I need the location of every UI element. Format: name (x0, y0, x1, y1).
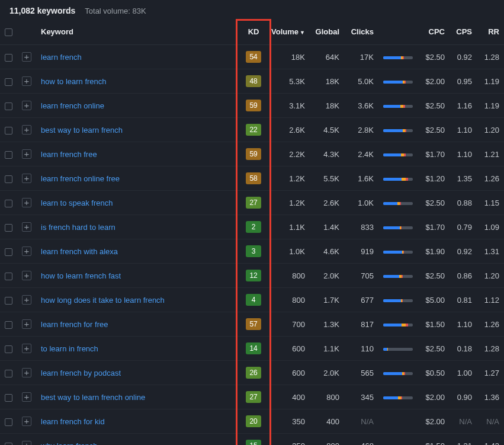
row-checkbox[interactable] (5, 321, 12, 329)
keyword-link[interactable]: learn french for kid (41, 417, 105, 426)
row-checkbox[interactable] (5, 224, 12, 232)
cell-volume: 5.3K (267, 69, 310, 94)
row-checkbox[interactable] (5, 443, 12, 445)
row-checkbox[interactable] (5, 394, 12, 402)
kd-badge: 27 (246, 391, 261, 403)
table-row: +to learn in french146001.1K110$2.500.18… (0, 337, 504, 361)
expand-icon[interactable]: + (22, 125, 31, 135)
cell-global: 1.1K (310, 337, 344, 361)
kd-badge: 27 (246, 197, 261, 209)
table-row: +learn french online free581.2K5.5K1.6K$… (0, 167, 504, 191)
row-checkbox[interactable] (5, 370, 12, 377)
expand-icon[interactable]: + (22, 417, 31, 426)
cell-clicks: 1.0K (344, 191, 378, 215)
table-row: +how long does it take to learn french48… (0, 288, 504, 312)
kd-badge: 58 (246, 172, 261, 184)
expand-icon[interactable]: + (22, 198, 31, 207)
keyword-link[interactable]: why learn french (41, 441, 97, 445)
cell-global: 4.3K (310, 142, 344, 167)
kd-badge: 12 (246, 270, 261, 281)
keyword-link[interactable]: learn to speak french (41, 199, 113, 207)
row-checkbox[interactable] (5, 200, 12, 207)
cell-cps: 1.10 (450, 312, 477, 337)
row-checkbox[interactable] (5, 248, 12, 256)
cell-clicks-bar (378, 191, 418, 215)
kd-badge: 59 (246, 100, 261, 111)
cell-global: 5.5K (310, 167, 344, 191)
keyword-link[interactable]: learn french by podcast (41, 369, 121, 377)
header-global[interactable]: Global (310, 21, 344, 45)
cell-clicks-bar (378, 167, 418, 191)
cell-global: 400 (310, 409, 344, 434)
cell-cpc: $1.20 (418, 167, 450, 191)
keyword-link[interactable]: best way to learn french online (41, 393, 145, 402)
row-checkbox[interactable] (5, 127, 12, 135)
cell-volume: 350 (267, 409, 310, 434)
cell-volume: 700 (267, 312, 310, 337)
header-keyword[interactable]: Keyword (36, 21, 240, 45)
keyword-link[interactable]: learn french for free (41, 320, 108, 329)
row-checkbox[interactable] (5, 54, 12, 62)
expand-icon[interactable]: + (22, 222, 31, 232)
expand-icon[interactable]: + (22, 174, 31, 183)
keyword-link[interactable]: learn french (41, 53, 82, 62)
row-checkbox[interactable] (5, 151, 12, 159)
cell-clicks-bar (378, 45, 418, 69)
cell-volume: 800 (267, 288, 310, 312)
header-kd[interactable]: KD (240, 21, 267, 45)
cell-cps: 0.88 (450, 191, 477, 215)
keyword-link[interactable]: learn french online free (41, 174, 120, 183)
expand-icon[interactable]: + (22, 441, 31, 445)
cell-clicks: 17K (344, 45, 378, 69)
keyword-link[interactable]: is french hard to learn (41, 223, 115, 232)
expand-icon[interactable]: + (22, 101, 31, 110)
cell-cps: 1.10 (450, 118, 477, 142)
table-row: +learn french5418K64K17K$2.500.921.28 (0, 45, 504, 69)
expand-icon[interactable]: + (22, 344, 31, 353)
header-volume[interactable]: Volume▼ (267, 21, 310, 45)
expand-icon[interactable]: + (22, 246, 31, 256)
select-all-checkbox[interactable] (5, 28, 12, 36)
kd-badge: 4 (246, 294, 261, 306)
row-checkbox[interactable] (5, 175, 12, 183)
row-checkbox[interactable] (5, 273, 12, 280)
header-cps[interactable]: CPS (450, 21, 477, 45)
row-checkbox[interactable] (5, 297, 12, 305)
keyword-link[interactable]: how to learn french (41, 77, 107, 86)
expand-icon[interactable]: + (22, 76, 31, 86)
row-checkbox[interactable] (5, 78, 12, 86)
keyword-link[interactable]: learn french online (41, 101, 104, 110)
row-checkbox[interactable] (5, 418, 12, 426)
header-clicks[interactable]: Clicks (344, 21, 378, 45)
cell-cps: 1.16 (450, 94, 477, 118)
cell-rr: 1.31 (477, 239, 504, 264)
cell-global: 1.7K (310, 288, 344, 312)
cell-clicks-bar (378, 385, 418, 409)
cell-volume: 1.0K (267, 239, 310, 264)
expand-icon[interactable]: + (22, 295, 31, 305)
keyword-link[interactable]: learn french free (41, 150, 97, 159)
cell-volume: 600 (267, 361, 310, 385)
header-rr[interactable]: RR (477, 21, 504, 45)
keyword-link[interactable]: how to learn french fast (41, 271, 121, 280)
kd-badge: 48 (246, 75, 261, 87)
cell-cpc: $5.00 (418, 288, 450, 312)
expand-icon[interactable]: + (22, 52, 31, 62)
keywords-table: Keyword KD Volume▼ Global Clicks CPC CPS… (0, 21, 504, 445)
expand-icon[interactable]: + (22, 271, 31, 280)
row-checkbox[interactable] (5, 345, 12, 353)
cell-rr: 1.15 (477, 191, 504, 215)
keyword-link[interactable]: how long does it take to learn french (41, 296, 165, 305)
row-checkbox[interactable] (5, 103, 12, 110)
cell-rr: 1.20 (477, 118, 504, 142)
expand-icon[interactable]: + (22, 149, 31, 159)
expand-icon[interactable]: + (22, 319, 31, 329)
expand-icon[interactable]: + (22, 392, 31, 402)
cell-clicks-bar (378, 312, 418, 337)
cell-clicks-bar (378, 409, 418, 434)
header-cpc[interactable]: CPC (418, 21, 450, 45)
keyword-link[interactable]: to learn in french (41, 344, 98, 353)
expand-icon[interactable]: + (22, 368, 31, 377)
keyword-link[interactable]: best way to learn french (41, 126, 123, 135)
keyword-link[interactable]: learn french with alexa (41, 247, 118, 256)
